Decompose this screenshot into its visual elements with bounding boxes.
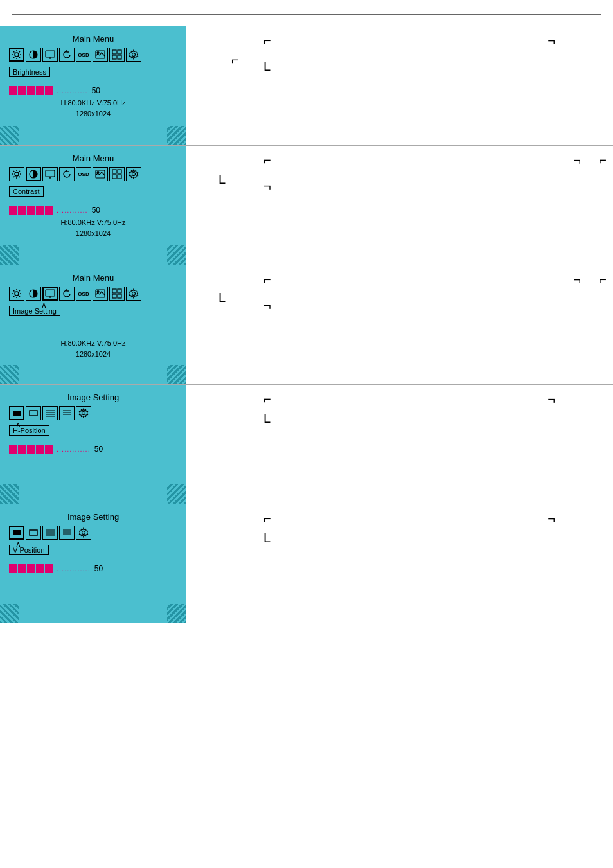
icon-vp-list[interactable] — [59, 526, 75, 540]
h-position-bar-value: 50 — [94, 445, 103, 454]
icon-layout[interactable] — [109, 48, 125, 62]
h-position-right: ⌐ ¬ L — [186, 385, 613, 504]
rc-tl-ism: ⌐ — [263, 273, 271, 286]
brightness-bar-value: 50 — [92, 86, 100, 95]
rc-tr-brightness: ¬ — [547, 34, 555, 47]
brightness-left-panel: Main Menu — [0, 26, 186, 145]
icon-contrast[interactable] — [26, 48, 41, 62]
h-position-row: Image Setting — [0, 385, 613, 504]
brightness-bar: ............ 50 — [9, 86, 177, 95]
h-position-menu-title: Image Setting — [9, 393, 177, 402]
h-position-bar-filled — [9, 445, 54, 454]
rc-bl-ism: L — [218, 291, 226, 304]
svg-point-54 — [97, 291, 99, 293]
brightness-right-panel: ⌐ ¬ ⌐ L — [186, 26, 613, 145]
icon-vp-gear[interactable] — [76, 526, 91, 540]
pixel-corner-bl-ism — [0, 365, 19, 384]
svg-rect-50 — [46, 290, 55, 296]
icon-vp-rect-outline[interactable] — [26, 526, 41, 540]
icon-ism-osd[interactable]: OSD — [76, 287, 91, 301]
pixel-corner-bl-vp — [0, 604, 19, 623]
contrast-right-panel: ⌐ ¬ ⌐ L ¬ — [186, 146, 613, 265]
image-setting-main-info: H:80.0KHz V:75.0Hz 1280x1024 — [9, 338, 177, 359]
svg-rect-71 — [30, 530, 37, 535]
rc-bl-brightness: L — [263, 60, 271, 73]
icon-loop[interactable] — [59, 48, 75, 62]
icon-contrast-loop[interactable] — [59, 167, 75, 181]
brightness-icon-row: OSD — [9, 48, 177, 62]
icon-ism-gear[interactable] — [126, 287, 141, 301]
icon-ism-circle[interactable] — [26, 287, 41, 301]
image-setting-no-bar — [9, 321, 177, 337]
image-setting-main-badge: Image Setting — [9, 306, 60, 316]
icon-contrast-gear[interactable] — [126, 167, 141, 181]
v-position-bar-dots: ............. — [57, 565, 91, 572]
icon-contrast-circle[interactable] — [26, 167, 41, 181]
caret-up-vp: ∧ — [15, 540, 21, 549]
svg-rect-16 — [118, 50, 121, 54]
icon-ism-picture[interactable] — [93, 287, 108, 301]
icon-hp-rect-filled[interactable] — [9, 406, 24, 420]
svg-line-5 — [13, 51, 15, 53]
icon-vp-grid[interactable] — [42, 526, 58, 540]
icon-vp-rect-filled[interactable] — [9, 526, 24, 540]
icon-contrast-picture[interactable] — [93, 167, 108, 181]
h-position-left: Image Setting — [0, 385, 186, 504]
svg-line-26 — [19, 177, 21, 178]
pixel-corner-bl-c — [0, 245, 19, 265]
svg-rect-38 — [118, 175, 121, 179]
svg-point-20 — [15, 172, 19, 176]
pixel-corner-br — [167, 126, 186, 145]
icon-contrast-monitor[interactable] — [42, 167, 58, 181]
rc-tl-vp: ⌐ — [263, 512, 271, 525]
icon-gear[interactable] — [126, 48, 141, 62]
svg-line-8 — [13, 57, 15, 58]
icon-hp-gear[interactable] — [76, 406, 91, 420]
icon-contrast-osd[interactable]: OSD — [76, 167, 91, 181]
pixel-corner-bl-hp — [0, 484, 19, 504]
rc-bl-vp: L — [263, 531, 271, 544]
brightness-row: Main Menu — [0, 26, 613, 146]
icon-picture[interactable] — [93, 48, 108, 62]
svg-point-40 — [15, 292, 19, 296]
contrast-bar-dots: ............ — [57, 206, 88, 214]
v-position-left: Image Setting — [0, 504, 186, 623]
icon-ism-layout[interactable] — [109, 287, 125, 301]
v-position-icon-row — [9, 526, 177, 540]
svg-point-69 — [82, 412, 85, 415]
h-position-spacer — [9, 456, 177, 482]
rc-tl-contrast: ⌐ — [263, 154, 271, 166]
pixel-corner-br-ism — [167, 365, 186, 384]
image-setting-label-area: Image Setting ∧ — [9, 305, 177, 321]
rc-ml-brightness: ⌐ — [231, 53, 239, 66]
icon-ism-monitor[interactable] — [42, 287, 58, 301]
icon-hp-grid[interactable] — [42, 406, 58, 420]
icon-brightness[interactable] — [9, 48, 24, 62]
icon-ism-loop[interactable] — [59, 287, 75, 301]
image-setting-main-title: Main Menu — [9, 273, 177, 283]
icon-osd[interactable]: OSD — [76, 48, 91, 62]
rc-tr-hp: ¬ — [547, 393, 555, 405]
svg-rect-56 — [118, 289, 121, 293]
v-position-menu-title: Image Setting — [9, 512, 177, 522]
svg-rect-37 — [112, 175, 116, 179]
rc-bl2-ism: ¬ — [263, 299, 271, 312]
icon-contrast-sun[interactable] — [9, 167, 24, 181]
contrast-bar-filled — [9, 206, 54, 215]
svg-line-25 — [13, 171, 15, 172]
icon-monitor[interactable] — [42, 48, 58, 62]
icon-ism-sun[interactable] — [9, 287, 24, 301]
svg-point-34 — [97, 172, 99, 173]
svg-rect-30 — [46, 170, 55, 177]
contrast-icon-row: OSD — [9, 167, 177, 181]
h-position-label-area: H-Position ∧ — [9, 424, 177, 441]
svg-point-59 — [132, 292, 136, 296]
icon-hp-rect-outline[interactable] — [26, 406, 41, 420]
v-position-label-area: V-Position ∧ — [9, 544, 177, 560]
pixel-corner-br-vp — [167, 604, 186, 623]
icon-hp-list[interactable] — [59, 406, 75, 420]
svg-rect-15 — [112, 50, 116, 54]
brightness-menu-title: Main Menu — [9, 34, 177, 44]
icon-contrast-layout[interactable] — [109, 167, 125, 181]
svg-line-46 — [19, 296, 21, 297]
